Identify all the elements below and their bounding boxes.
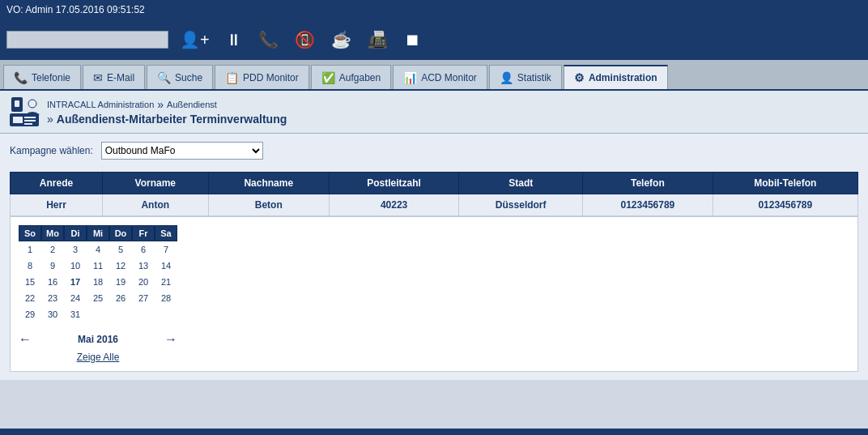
table-body: Herr Anton Beton 40223 Düsseldorf 012345… — [11, 194, 858, 216]
calendar-day[interactable]: 7 — [155, 241, 177, 258]
coffee-icon[interactable]: ☕ — [326, 28, 356, 51]
calendar-day[interactable]: 21 — [155, 274, 177, 290]
calendar-day[interactable]: 12 — [109, 258, 132, 274]
tab-email[interactable]: ✉ E-Mail — [83, 65, 145, 89]
add-person-icon[interactable]: 👤+ — [175, 28, 215, 51]
tab-suche-icon: 🔍 — [157, 71, 171, 84]
breadcrumb-root: INTRACALL Administration — [47, 100, 154, 109]
calendar-day[interactable]: 29 — [19, 306, 41, 322]
tab-statistik[interactable]: 👤 Statistik — [489, 65, 562, 89]
tab-acd-monitor[interactable]: 📊 ACD Monitor — [393, 65, 487, 89]
table-row[interactable]: Herr Anton Beton 40223 Düsseldorf 012345… — [11, 194, 858, 216]
svg-rect-2 — [15, 100, 19, 107]
breadcrumb-line2: » Außendienst-Mitarbeiter Terminverwaltu… — [47, 113, 287, 126]
calendar-month: Mai 2016 — [40, 334, 156, 345]
calendar-day[interactable]: 17 — [64, 274, 87, 290]
breadcrumb-section: INTRACALL Administration » Außendienst »… — [47, 98, 287, 126]
col-nachname: Nachname — [208, 173, 329, 194]
calendar-day[interactable]: 5 — [109, 241, 132, 258]
breadcrumb-area: INTRACALL Administration » Außendienst »… — [0, 91, 868, 134]
svg-point-7 — [28, 100, 36, 108]
calendar-day[interactable]: 15 — [19, 274, 41, 290]
calendar-day[interactable]: 6 — [132, 241, 155, 258]
col-telefon: Telefon — [583, 173, 713, 194]
svg-rect-6 — [24, 123, 32, 125]
kampagne-select[interactable]: Outbound MaFo Option 2 Option 3 — [101, 142, 263, 160]
calendar-weekday: Sa — [155, 225, 177, 241]
calendar-day[interactable]: 22 — [19, 290, 41, 306]
svg-rect-3 — [13, 117, 23, 123]
tab-suche[interactable]: 🔍 Suche — [147, 65, 213, 89]
calendar-day[interactable]: 1 — [19, 241, 41, 258]
calendar-weekday: Mi — [87, 225, 109, 241]
data-table: Anrede Vorname Nachname Postleitzahl Sta… — [10, 172, 858, 216]
calendar-day[interactable]: 23 — [41, 290, 64, 306]
tab-telefonie-icon: 📞 — [14, 71, 28, 84]
calendar-day[interactable]: 24 — [64, 290, 87, 306]
calendar-day[interactable]: 9 — [41, 258, 64, 274]
calendar-weekday: Do — [109, 225, 132, 241]
calendar-day[interactable]: 31 — [64, 306, 87, 322]
calendar-day[interactable]: 28 — [155, 290, 177, 306]
calendar-day[interactable]: 25 — [87, 290, 109, 306]
breadcrumb-sep2: » — [47, 113, 53, 126]
calendar-day[interactable]: 26 — [109, 290, 132, 306]
calendar-day[interactable]: 10 — [64, 258, 87, 274]
phone-icon[interactable]: 📞 — [253, 28, 283, 51]
calendar-weekday: Di — [64, 225, 87, 241]
col-plz: Postleitzahl — [329, 173, 458, 194]
hangup-icon[interactable]: 📵 — [290, 28, 320, 51]
calendar-day[interactable]: 27 — [132, 290, 155, 306]
calendar: SoMoDiMiDoFrSa 1234567891011121314151617… — [19, 225, 177, 363]
table-header: Anrede Vorname Nachname Postleitzahl Sta… — [11, 173, 858, 194]
cell-plz: 40223 — [329, 194, 458, 216]
calendar-header: SoMoDiMiDoFrSa — [19, 225, 177, 241]
calendar-nav: ← Mai 2016 → — [19, 329, 177, 350]
calendar-weekday: Mo — [41, 225, 64, 241]
breadcrumb-line1: INTRACALL Administration » Außendienst — [47, 98, 287, 111]
calendar-day[interactable]: 11 — [87, 258, 109, 274]
calendar-next-button[interactable]: → — [164, 332, 177, 347]
tab-pdd-icon: 📋 — [225, 71, 239, 84]
cell-nachname: Beton — [208, 194, 329, 216]
col-vorname: Vorname — [102, 173, 208, 194]
breadcrumb-section-label: Außendienst — [167, 100, 217, 109]
calendar-day[interactable]: 20 — [132, 274, 155, 290]
calendar-day[interactable]: 18 — [87, 274, 109, 290]
bottom-bar — [0, 429, 868, 435]
calendar-day[interactable]: 19 — [109, 274, 132, 290]
fax-icon[interactable]: 📠 — [363, 28, 393, 51]
pause-icon[interactable]: ⏸ — [221, 29, 247, 51]
calendar-day[interactable]: 4 — [87, 241, 109, 258]
calendar-day[interactable]: 16 — [41, 274, 64, 290]
breadcrumb-person-icon — [8, 96, 40, 128]
tab-bar: 📞 Telefonie ✉ E-Mail 🔍 Suche 📋 PDD Monit… — [0, 60, 868, 91]
breadcrumb-sep1: » — [157, 98, 164, 111]
zeige-alle-link[interactable]: Zeige Alle — [19, 352, 177, 363]
tab-email-icon: ✉ — [93, 71, 103, 84]
kampagne-row: Kampagne wählen: Outbound MaFo Option 2 … — [10, 142, 858, 160]
cell-vorname: Anton — [102, 194, 208, 216]
calendar-day[interactable]: 2 — [41, 241, 64, 258]
tab-aufgaben[interactable]: ✅ Aufgaben — [311, 65, 391, 89]
calendar-weekday: So — [19, 225, 41, 241]
tab-telefonie[interactable]: 📞 Telefonie — [3, 65, 81, 89]
calendar-day[interactable]: 14 — [155, 258, 177, 274]
calendar-day[interactable]: 8 — [19, 258, 41, 274]
calendar-day[interactable]: 13 — [132, 258, 155, 274]
calendar-prev-button[interactable]: ← — [19, 332, 32, 347]
search-input[interactable] — [6, 31, 168, 49]
stop-icon[interactable]: ⏹ — [399, 29, 425, 51]
calendar-day[interactable]: 30 — [41, 306, 64, 322]
tab-acd-icon: 📊 — [403, 71, 417, 84]
col-anrede: Anrede — [11, 173, 103, 194]
calendar-day[interactable]: 3 — [64, 241, 87, 258]
svg-rect-4 — [24, 117, 36, 118]
tab-pdd-monitor[interactable]: 📋 PDD Monitor — [215, 65, 309, 89]
svg-rect-5 — [24, 120, 36, 122]
tab-administration[interactable]: ⚙ Administration — [564, 65, 668, 89]
cell-stadt: Düsseldorf — [459, 194, 583, 216]
calendar-grid: 1234567891011121314151617181920212223242… — [19, 241, 177, 322]
calendar-row: SoMoDiMiDoFrSa 1234567891011121314151617… — [10, 216, 858, 372]
calendar-weekday: Fr — [132, 225, 155, 241]
